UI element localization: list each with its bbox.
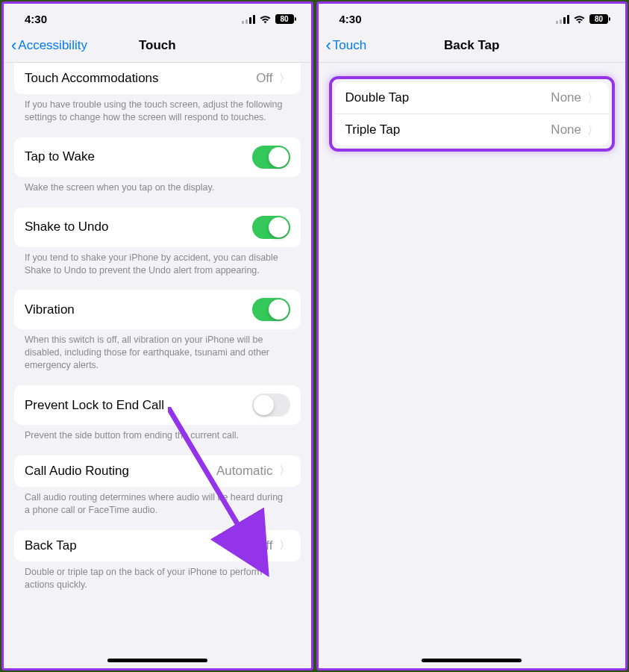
phone-left-touch-settings: 4:30 80 ‹ Accessibility Touch Touch Acco…: [1, 1, 313, 671]
cell-value: Off: [256, 71, 272, 86]
cellular-signal-icon: [242, 15, 255, 24]
svg-rect-7: [563, 17, 566, 24]
shake-to-undo-row[interactable]: Shake to Undo: [14, 208, 301, 247]
cellular-signal-icon: [556, 15, 569, 24]
cell-label: Call Audio Routing: [25, 464, 129, 479]
cell-value: Off: [256, 538, 272, 553]
cell-label: Vibration: [25, 302, 75, 317]
svg-rect-6: [560, 19, 562, 24]
status-time: 4:30: [339, 13, 362, 25]
home-indicator[interactable]: [422, 659, 522, 662]
footer-text: When this switch is off, all vibration o…: [14, 329, 301, 372]
cell-label: Touch Accommodations: [25, 71, 159, 86]
prevent-lock-row[interactable]: Prevent Lock to End Call: [14, 385, 301, 425]
call-audio-routing-row[interactable]: Call Audio Routing Automatic 〉: [14, 455, 301, 487]
footer-text: If you have trouble using the touch scre…: [14, 94, 301, 124]
tap-to-wake-toggle[interactable]: [252, 146, 290, 169]
chevron-left-icon: ‹: [11, 37, 16, 54]
content-area[interactable]: Touch Accommodations Off 〉 If you have t…: [4, 63, 311, 668]
prevent-lock-toggle[interactable]: [252, 393, 290, 417]
wifi-icon: [573, 15, 586, 24]
back-button-accessibility[interactable]: ‹ Accessibility: [11, 37, 87, 54]
battery-icon: 80: [589, 14, 610, 24]
chevron-right-icon: 〉: [587, 123, 598, 137]
vibration-row[interactable]: Vibration: [14, 290, 301, 329]
vibration-toggle[interactable]: [252, 298, 290, 321]
nav-bar: ‹ Accessibility Touch: [4, 30, 311, 63]
footer-text: Wake the screen when you tap on the disp…: [14, 177, 301, 194]
nav-bar: ‹ Touch Back Tap: [319, 30, 626, 63]
svg-rect-2: [249, 17, 251, 24]
touch-accommodations-row[interactable]: Touch Accommodations Off 〉: [14, 63, 301, 94]
back-tap-row[interactable]: Back Tap Off 〉: [14, 530, 301, 561]
page-title: Touch: [139, 38, 176, 53]
triple-tap-row[interactable]: Triple Tap None 〉: [335, 113, 610, 146]
svg-rect-3: [253, 15, 255, 24]
footer-text: If you tend to shake your iPhone by acci…: [14, 247, 301, 277]
svg-rect-8: [567, 15, 569, 24]
cell-label: Shake to Undo: [25, 220, 108, 234]
content-area[interactable]: Double Tap None 〉 Triple Tap None 〉: [319, 63, 626, 668]
status-time: 4:30: [25, 13, 47, 25]
cell-label: Prevent Lock to End Call: [25, 398, 164, 413]
chevron-left-icon: ‹: [326, 37, 331, 54]
cell-label: Double Tap: [345, 90, 410, 105]
footer-text: Prevent the side button from ending the …: [14, 425, 301, 442]
back-label: Accessibility: [18, 38, 87, 53]
chevron-right-icon: 〉: [279, 538, 290, 553]
svg-rect-5: [556, 21, 558, 24]
home-indicator[interactable]: [107, 659, 207, 662]
svg-rect-0: [242, 21, 244, 24]
back-button-touch[interactable]: ‹ Touch: [326, 37, 367, 54]
svg-rect-1: [245, 19, 248, 24]
tap-to-wake-row[interactable]: Tap to Wake: [14, 137, 301, 177]
status-right: 80: [556, 14, 610, 24]
chevron-right-icon: 〉: [279, 464, 290, 478]
battery-icon: 80: [275, 14, 296, 24]
chevron-right-icon: 〉: [279, 72, 290, 86]
double-tap-row[interactable]: Double Tap None 〉: [335, 82, 610, 113]
shake-to-undo-toggle[interactable]: [252, 216, 290, 239]
footer-text: Call audio routing determines where audi…: [14, 487, 301, 517]
cell-label: Triple Tap: [345, 122, 401, 137]
cell-value: None: [551, 90, 581, 105]
status-bar: 4:30 80: [319, 4, 626, 30]
footer-text: Double or triple tap on the back of your…: [14, 561, 301, 591]
cell-value: Automatic: [216, 464, 273, 479]
wifi-icon: [259, 15, 272, 24]
page-title: Back Tap: [444, 38, 499, 53]
annotation-highlight-box: Double Tap None 〉 Triple Tap None 〉: [329, 76, 616, 152]
cell-label: Tap to Wake: [25, 149, 95, 164]
status-bar: 4:30 80: [4, 4, 311, 30]
chevron-right-icon: 〉: [587, 91, 598, 105]
cell-label: Back Tap: [25, 538, 77, 553]
phone-right-back-tap-settings: 4:30 80 ‹ Touch Back Tap Double Tap: [316, 1, 628, 671]
back-label: Touch: [333, 38, 366, 53]
cell-value: None: [551, 122, 581, 137]
status-right: 80: [242, 14, 296, 24]
